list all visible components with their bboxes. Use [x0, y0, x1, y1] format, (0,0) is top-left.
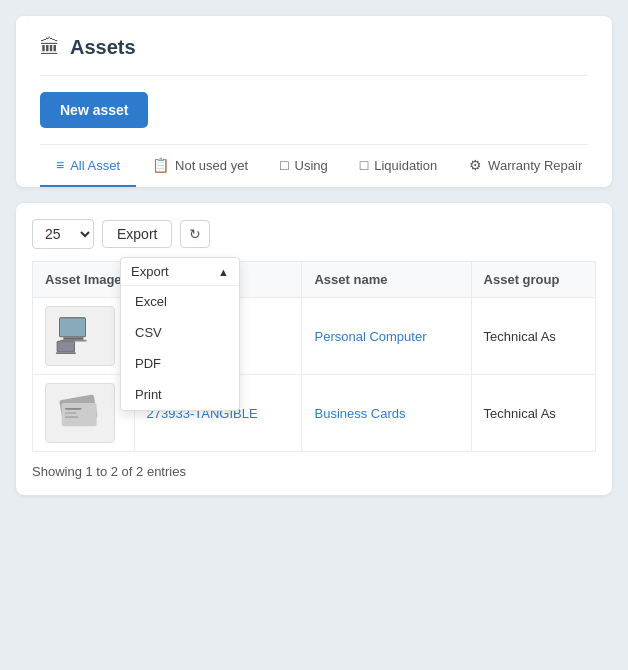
per-page-select[interactable]: 25 50 100: [32, 219, 94, 249]
asset-table: Asset Image Asset code Asset name Asset …: [32, 261, 596, 452]
tab-using-label: Using: [295, 158, 328, 173]
tab-all-asset-label: All Asset: [70, 158, 120, 173]
asset-image-cell-1: [33, 298, 135, 375]
col-name: Asset name: [302, 262, 471, 298]
svg-rect-1: [60, 318, 85, 336]
tab-warranty-label: Warranty Repair: [488, 158, 582, 173]
new-asset-button[interactable]: New asset: [40, 92, 148, 128]
liquidation-icon: □: [360, 157, 368, 173]
table-controls: 25 50 100 Export ↻ Export ▲ Excel CSV PD…: [32, 219, 596, 249]
header-card: 🏛 Assets New asset ≡ All Asset 📋 Not use…: [16, 16, 612, 187]
asset-name-2[interactable]: Business Cards: [302, 375, 471, 452]
table-header-row: Asset Image Asset code Asset name Asset …: [33, 262, 596, 298]
svg-rect-6: [56, 352, 76, 354]
computer-svg: [55, 314, 105, 359]
asset-group-2: Technical As: [471, 375, 595, 452]
export-dropdown-title: Export: [131, 264, 169, 279]
export-excel-item[interactable]: Excel: [121, 286, 239, 317]
export-print-item[interactable]: Print: [121, 379, 239, 410]
asset-image-1: [45, 306, 115, 366]
using-icon: □: [280, 157, 288, 173]
svg-rect-11: [65, 416, 78, 418]
export-button[interactable]: Export: [102, 220, 172, 248]
export-dropdown: Export ▲ Excel CSV PDF Print: [120, 257, 240, 411]
col-group: Asset group: [471, 262, 595, 298]
svg-rect-10: [65, 412, 77, 414]
export-csv-item[interactable]: CSV: [121, 317, 239, 348]
tab-liquidation[interactable]: □ Liquidation: [344, 145, 453, 187]
col-image: Asset Image: [33, 262, 135, 298]
tab-warranty[interactable]: ⚙ Warranty Repair: [453, 145, 588, 187]
chevron-up-icon: ▲: [218, 266, 229, 278]
asset-image-2: [45, 383, 115, 443]
tab-not-used-label: Not used yet: [175, 158, 248, 173]
export-pdf-item[interactable]: PDF: [121, 348, 239, 379]
tab-not-used[interactable]: 📋 Not used yet: [136, 145, 264, 187]
table-card: 25 50 100 Export ↻ Export ▲ Excel CSV PD…: [16, 203, 612, 495]
asset-group-1: Technical As: [471, 298, 595, 375]
tab-all-asset[interactable]: ≡ All Asset: [40, 145, 136, 187]
svg-rect-8: [62, 403, 97, 426]
assets-icon: 🏛: [40, 36, 60, 59]
warranty-icon: ⚙: [469, 157, 482, 173]
refresh-button[interactable]: ↻: [180, 220, 210, 248]
header-top: 🏛 Assets: [40, 36, 588, 76]
tabs-container: ≡ All Asset 📋 Not used yet □ Using □ Liq…: [40, 144, 588, 187]
tab-using[interactable]: □ Using: [264, 145, 344, 187]
table-row: 404993-ASSET Personal Computer Technical…: [33, 298, 596, 375]
business-cards-svg: [55, 388, 105, 438]
showing-entries: Showing 1 to 2 of 2 entries: [32, 464, 596, 479]
asset-name-1[interactable]: Personal Computer: [302, 298, 471, 375]
table-row: 273933-TANGIBLE Business Cards Technical…: [33, 375, 596, 452]
tab-liquidation-label: Liquidation: [374, 158, 437, 173]
asset-image-cell-2: [33, 375, 135, 452]
page-title: Assets: [70, 36, 136, 59]
svg-rect-5: [58, 341, 75, 351]
not-used-icon: 📋: [152, 157, 169, 173]
svg-rect-2: [63, 337, 83, 340]
all-asset-icon: ≡: [56, 157, 64, 173]
export-dropdown-header: Export ▲: [121, 258, 239, 286]
svg-rect-9: [65, 408, 82, 410]
